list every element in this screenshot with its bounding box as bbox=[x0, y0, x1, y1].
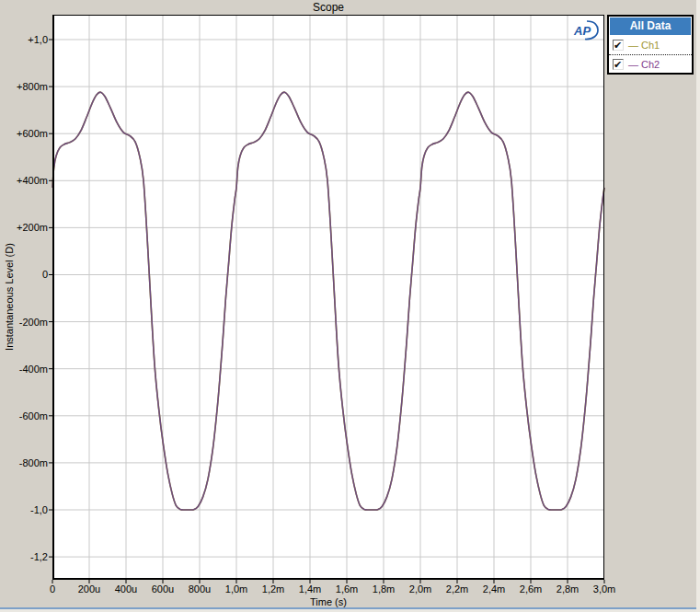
legend-label-ch1: — Ch1 bbox=[628, 40, 660, 51]
ap-logo: AP bbox=[572, 20, 602, 42]
y-tick-label: +400m bbox=[0, 175, 48, 186]
legend-row-ch1[interactable]: ✔ — Ch1 bbox=[609, 36, 692, 54]
y-axis-title: Instantaneous Level (D) bbox=[4, 205, 16, 389]
waveform-chart bbox=[52, 15, 604, 580]
y-tick-label: -800m bbox=[0, 457, 48, 468]
ap-logo-text: AP bbox=[573, 24, 591, 38]
y-tick-label: -600m bbox=[0, 410, 48, 421]
window-right-edge bbox=[696, 0, 700, 612]
y-tick-label: +1,0 bbox=[0, 34, 48, 45]
legend-row-ch2[interactable]: ✔ — Ch2 bbox=[609, 54, 692, 74]
legend-panel: All Data ✔ — Ch1 ✔ — Ch2 bbox=[607, 15, 694, 75]
legend-label-ch2: — Ch2 bbox=[628, 59, 660, 70]
y-tick-label: +800m bbox=[0, 81, 48, 92]
x-axis-title: Time (s) bbox=[282, 596, 374, 607]
ch2-checkbox[interactable]: ✔ bbox=[613, 59, 624, 70]
ch1-checkbox[interactable]: ✔ bbox=[613, 40, 624, 51]
y-tick-label: -1,0 bbox=[0, 504, 48, 515]
checkmark-icon: ✔ bbox=[614, 58, 622, 71]
y-tick-label: +600m bbox=[0, 128, 48, 139]
plot-background bbox=[52, 15, 604, 580]
scope-panel: Scope 0200u400u600u800u1,0m1,2m1,4m1,6m1… bbox=[0, 0, 700, 612]
legend-header: All Data bbox=[610, 17, 691, 35]
plot-title: Scope bbox=[236, 1, 420, 14]
checkmark-icon: ✔ bbox=[614, 39, 622, 52]
y-tick-label: -1,2 bbox=[0, 551, 48, 562]
x-tick-label: 3,0m bbox=[582, 583, 626, 595]
